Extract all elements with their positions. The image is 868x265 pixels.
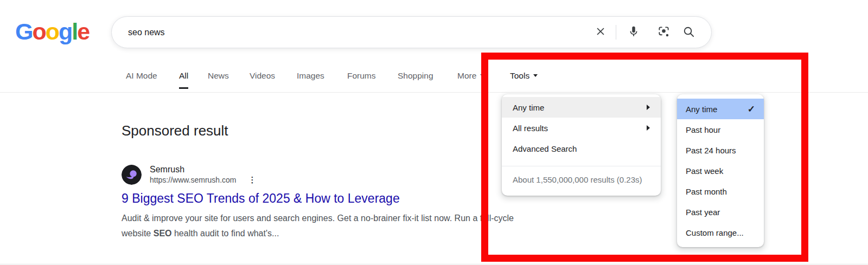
voice-search-button[interactable] xyxy=(628,25,640,39)
site-name: Semrush xyxy=(150,164,257,175)
google-logo[interactable]: Google xyxy=(15,18,89,45)
time-item-label: Custom range... xyxy=(686,228,744,237)
menu-item-label: Advanced Search xyxy=(513,144,577,153)
time-item-past-week[interactable]: Past week xyxy=(677,160,764,181)
chevron-down-icon xyxy=(480,74,484,77)
result-title-link[interactable]: 9 Biggest SEO Trends of 2025 & How to Le… xyxy=(122,191,556,206)
sponsored-result-heading: Sponsored result xyxy=(122,122,228,139)
result-source-header[interactable]: Semrush https://www.semrush.com ⋮ xyxy=(122,164,556,185)
logo-letter: g xyxy=(59,18,72,45)
tab-shopping[interactable]: Shopping xyxy=(398,71,433,87)
search-bar[interactable] xyxy=(111,16,712,48)
results-stats: About 1,550,000,000 results (0.23s) xyxy=(502,166,661,196)
close-icon xyxy=(595,25,607,39)
time-item-label: Past month xyxy=(686,187,727,196)
time-item-past-hour[interactable]: Past hour xyxy=(677,119,764,140)
site-url: https://www.semrush.com xyxy=(150,175,237,185)
time-range-submenu: Any time ✓ Past hour Past 24 hours Past … xyxy=(677,94,764,247)
lens-search-button[interactable] xyxy=(658,25,670,40)
menu-item-label: Any time xyxy=(513,103,544,112)
submenu-arrow-icon xyxy=(647,125,650,131)
logo-letter: G xyxy=(15,18,32,45)
menu-item-any-time[interactable]: Any time xyxy=(502,97,661,118)
tab-news[interactable]: News xyxy=(208,71,229,87)
time-item-label: Past hour xyxy=(686,125,720,134)
description-line1: Audit & improve your site for users and … xyxy=(122,214,514,223)
chevron-down-icon xyxy=(533,74,538,77)
submenu-arrow-icon xyxy=(647,105,650,110)
tab-more-label: More xyxy=(457,71,476,80)
semrush-favicon-icon xyxy=(122,165,142,185)
time-item-past-24-hours[interactable]: Past 24 hours xyxy=(677,140,764,160)
menu-spacer xyxy=(502,159,661,166)
clear-button[interactable] xyxy=(595,25,607,39)
menu-item-label: All results xyxy=(513,124,548,133)
description-line2-before: website xyxy=(122,229,154,238)
time-item-label: Past week xyxy=(686,166,723,176)
time-item-past-year[interactable]: Past year xyxy=(677,202,764,222)
logo-letter: l xyxy=(72,18,77,45)
time-item-past-month[interactable]: Past month xyxy=(677,181,764,202)
checkmark-icon: ✓ xyxy=(748,104,755,115)
time-item-label: Any time xyxy=(686,105,717,114)
search-submit-button[interactable] xyxy=(682,25,695,40)
description-line2-after: health audit to find what's... xyxy=(172,229,279,238)
logo-letter: o xyxy=(32,18,45,45)
google-lens-icon xyxy=(658,25,670,40)
tab-ai-mode[interactable]: AI Mode xyxy=(126,71,157,87)
description-bold-keyword: SEO xyxy=(154,229,172,238)
menu-item-advanced-search[interactable]: Advanced Search xyxy=(502,138,661,159)
tools-dropdown-menu: Any time All results Advanced Search Abo… xyxy=(502,94,661,196)
search-result: Semrush https://www.semrush.com ⋮ 9 Bigg… xyxy=(122,164,556,241)
search-icon xyxy=(682,25,695,40)
result-description: Audit & improve your site for users and … xyxy=(122,211,556,241)
time-item-label: Past 24 hours xyxy=(686,146,736,155)
search-input[interactable] xyxy=(127,27,595,38)
tab-more[interactable]: More xyxy=(457,71,484,87)
tab-tools-label: Tools xyxy=(510,71,529,80)
tab-tools[interactable]: Tools xyxy=(510,71,538,87)
result-source-text: Semrush https://www.semrush.com ⋮ xyxy=(150,164,257,185)
bottom-divider xyxy=(0,264,868,264)
logo-letter: e xyxy=(77,18,89,45)
time-item-custom-range[interactable]: Custom range... xyxy=(677,222,764,243)
menu-item-all-results[interactable]: All results xyxy=(502,118,661,138)
time-item-label: Past year xyxy=(686,208,720,217)
tab-videos[interactable]: Videos xyxy=(250,71,275,87)
search-bar-divider xyxy=(616,25,616,40)
tabs-divider xyxy=(0,92,868,93)
logo-letter: o xyxy=(46,18,59,45)
tab-images[interactable]: Images xyxy=(297,71,324,87)
tab-forums[interactable]: Forums xyxy=(347,71,376,87)
more-options-button[interactable]: ⋮ xyxy=(248,176,257,184)
time-item-any-time[interactable]: Any time ✓ xyxy=(677,99,764,119)
tab-all[interactable]: All xyxy=(179,71,188,89)
microphone-icon xyxy=(628,25,640,39)
